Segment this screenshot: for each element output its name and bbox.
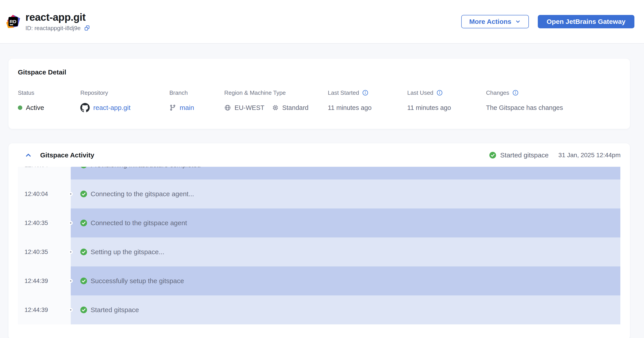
changes-value: The Gitspace has changes <box>486 104 563 111</box>
field-branch: Branch main <box>169 89 194 113</box>
activity-log-row: 12:40:04 Provisioning infrastructure com… <box>18 167 620 179</box>
more-actions-label: More Actions <box>469 18 512 25</box>
open-gateway-label: Open JetBrains Gateway <box>547 18 626 25</box>
last-used-value: 11 minutes ago <box>407 104 451 111</box>
region-value: EU-WEST <box>234 104 264 111</box>
success-check-icon <box>80 277 87 285</box>
timeline-dot-icon <box>69 250 73 254</box>
log-timestamp: 12:44:39 <box>18 267 71 296</box>
git-branch-icon <box>169 104 176 111</box>
branch-label: Branch <box>169 89 188 96</box>
activity-log-row: 12:40:04 Connecting to the gitspace agen… <box>18 179 620 208</box>
copy-icon[interactable] <box>84 25 90 31</box>
success-check-icon <box>80 190 87 198</box>
activity-log-row: 12:44:39 Started gitspace <box>18 296 620 325</box>
activity-log-row: 12:40:35 Setting up the gitspace... <box>18 237 620 267</box>
success-check-icon <box>80 306 87 314</box>
activity-log-row: 12:44:39 Successfully setup the gitspace <box>18 267 620 296</box>
gitspace-detail-card: Gitspace Detail Status Active Repository… <box>8 59 630 129</box>
cpu-icon <box>272 104 279 111</box>
chevron-down-icon <box>515 19 521 24</box>
gitspace-id: ID: reactappgit-i8dj9e <box>26 25 80 32</box>
jetbrains-rider-logo-icon: RD <box>6 14 20 29</box>
log-message: Connecting to the gitspace agent... <box>90 190 194 198</box>
status-label: Status <box>18 89 34 96</box>
success-check-icon <box>80 248 87 256</box>
github-icon <box>80 103 90 112</box>
page-title: react-app.git <box>26 11 90 23</box>
log-message: Connected to the gitspace agent <box>90 219 187 227</box>
activity-latest-status: Started gitspace 31 Jan, 2025 12:44pm <box>489 151 620 159</box>
log-message: Provisioning infrastructure completed <box>90 167 201 169</box>
activity-log-viewport[interactable]: 12:40:04 Provisioning infrastructure com… <box>18 167 620 325</box>
timeline-dot-icon <box>69 192 73 196</box>
changes-label: Changes <box>486 89 509 96</box>
title-block: react-app.git ID: reactappgit-i8dj9e <box>26 11 90 32</box>
field-region-machine: Region & Machine Type EU-WEST Standard <box>224 89 308 113</box>
last-started-value: 11 minutes ago <box>328 104 372 111</box>
chevron-up-icon[interactable] <box>24 151 32 159</box>
page-header: RD react-app.git ID: reactappgit-i8dj9e … <box>0 0 644 44</box>
timeline-dot-icon <box>69 279 73 283</box>
repository-link[interactable]: react-app.git <box>93 104 130 111</box>
open-jetbrains-gateway-button[interactable]: Open JetBrains Gateway <box>538 15 634 28</box>
globe-icon <box>224 104 231 111</box>
machine-type-value: Standard <box>282 104 308 111</box>
field-last-started: Last Started 11 minutes ago <box>328 89 372 113</box>
region-machine-label: Region & Machine Type <box>224 89 286 96</box>
log-message: Setting up the gitspace... <box>90 248 164 256</box>
log-timestamp: 12:40:04 <box>18 167 71 179</box>
activity-header: Gitspace Activity Started gitspace 31 Ja… <box>8 143 630 167</box>
timeline-dot-icon <box>69 308 73 312</box>
latest-event-time: 31 Jan, 2025 12:44pm <box>558 152 620 159</box>
last-used-label: Last Used <box>407 89 433 96</box>
info-icon[interactable] <box>512 90 518 96</box>
log-timestamp: 12:44:39 <box>18 296 71 325</box>
detail-heading: Gitspace Detail <box>18 68 66 76</box>
log-timestamp: 12:40:04 <box>18 179 71 208</box>
more-actions-button[interactable]: More Actions <box>461 15 529 28</box>
branch-link[interactable]: main <box>180 104 194 111</box>
status-value: Active <box>26 104 44 111</box>
activity-log-row: 12:40:35 Connected to the gitspace agent <box>18 208 620 237</box>
field-repository: Repository react-app.git <box>80 89 130 113</box>
field-changes: Changes The Gitspace has changes <box>486 89 563 113</box>
field-last-used: Last Used 11 minutes ago <box>407 89 451 113</box>
success-check-icon <box>489 152 496 159</box>
log-timestamp: 12:40:35 <box>18 208 71 237</box>
field-status: Status Active <box>18 89 44 113</box>
repository-label: Repository <box>80 89 108 96</box>
activity-heading: Gitspace Activity <box>40 151 94 159</box>
log-message: Successfully setup the gitspace <box>90 277 184 285</box>
log-message: Started gitspace <box>90 306 139 314</box>
svg-text:RD: RD <box>10 19 16 24</box>
timeline-dot-icon <box>69 221 73 225</box>
info-icon[interactable] <box>436 90 443 96</box>
success-check-icon <box>80 219 87 227</box>
log-timestamp: 12:40:35 <box>18 237 71 267</box>
latest-event-text: Started gitspace <box>500 151 549 159</box>
activity-log-list: 12:40:04 Provisioning infrastructure com… <box>18 167 620 325</box>
status-active-dot-icon <box>18 105 22 110</box>
info-icon[interactable] <box>362 90 368 96</box>
success-check-icon <box>80 167 87 169</box>
gitspace-activity-card: Gitspace Activity Started gitspace 31 Ja… <box>8 143 630 338</box>
last-started-label: Last Started <box>328 89 359 96</box>
